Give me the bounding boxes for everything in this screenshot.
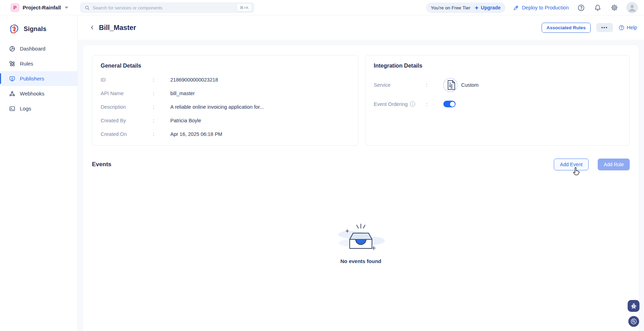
associated-rules-button[interactable]: Associated Rules	[542, 23, 591, 33]
content-panel: General Details ID : 21869000000023218 A…	[83, 45, 639, 331]
field-value: A reliable online invoicing application …	[170, 104, 264, 110]
info-icon[interactable]: i	[410, 101, 415, 107]
custom-service-icon	[443, 78, 457, 92]
help-icon	[619, 25, 624, 31]
field-value: bill_master	[170, 91, 195, 96]
detail-row-created-on: Created On : Apr 16, 2025 06:18 PM	[101, 131, 350, 137]
sidebar-item-rules[interactable]: Rules	[0, 56, 77, 71]
sidebar-item-webhooks[interactable]: Webhooks	[0, 86, 77, 101]
rules-icon	[9, 61, 15, 67]
search-input[interactable]	[93, 5, 237, 10]
search-icon	[85, 5, 90, 10]
add-event-button[interactable]: Add Event	[554, 159, 589, 170]
events-empty-state: No events found	[83, 223, 639, 264]
person-icon	[627, 2, 637, 13]
empty-inbox-illustration	[335, 223, 387, 255]
sidebar-item-label: Dashboard	[20, 46, 45, 52]
add-rule-button[interactable]: Add Rule	[598, 159, 630, 170]
sidebar-item-label: Logs	[20, 106, 31, 111]
field-value: Custom	[461, 82, 479, 88]
magnifier-circle-icon	[630, 318, 637, 325]
bug-icon	[630, 303, 637, 309]
detail-row-event-ordering: Event Ordering i :	[374, 101, 621, 107]
search-shortcut-badge: ⌘+K	[237, 4, 251, 11]
question-icon	[577, 4, 585, 11]
field-label: Service	[374, 82, 426, 88]
settings-button[interactable]	[610, 3, 619, 12]
card-title: Integration Details	[374, 63, 621, 69]
user-avatar[interactable]	[627, 2, 638, 13]
sidebar-item-label: Rules	[20, 61, 33, 67]
sidebar: Signals Dashboard Rules Publishers Webho…	[0, 15, 78, 331]
project-name: Project-Rainfall	[23, 5, 61, 10]
detail-row-api-name: API Name : bill_master	[101, 91, 350, 96]
event-ordering-toggle[interactable]	[443, 101, 456, 107]
document-icon	[447, 80, 456, 90]
field-label: Created On	[101, 131, 153, 137]
project-badge: P	[10, 3, 20, 12]
sidebar-item-dashboard[interactable]: Dashboard	[0, 41, 77, 56]
card-title: General Details	[101, 63, 350, 69]
signals-logo-icon	[9, 24, 20, 34]
top-bar: P Project-Rainfall ⌘+K You're on Free Ti…	[0, 0, 644, 15]
field-label: Created By	[101, 118, 153, 123]
page-header: Bill_Master Associated Rules ••• Help	[78, 15, 644, 40]
general-details-card: General Details ID : 21869000000023218 A…	[92, 55, 358, 146]
project-switcher[interactable]: P Project-Rainfall	[10, 3, 68, 12]
field-value: Patricia Boyle	[170, 118, 201, 123]
report-bug-button[interactable]	[628, 300, 639, 312]
publishers-icon	[9, 76, 15, 82]
free-tier-text: You're on Free Tier	[431, 5, 471, 10]
bell-icon	[594, 4, 601, 11]
field-label: API Name	[101, 91, 153, 96]
deploy-to-production-button[interactable]: Deploy to Production	[513, 5, 569, 11]
sidebar-item-logs[interactable]: Logs	[0, 101, 77, 116]
global-search[interactable]: ⌘+K	[80, 2, 254, 13]
events-title: Events	[92, 161, 111, 168]
gear-icon	[611, 4, 618, 11]
toggle-knob	[450, 102, 455, 107]
more-options-button[interactable]: •••	[596, 23, 613, 32]
upgrade-button[interactable]: Upgrade	[474, 5, 501, 10]
detail-row-description: Description : A reliable online invoicin…	[101, 104, 350, 110]
help-circle-button[interactable]	[576, 3, 585, 12]
search-assist-button[interactable]	[628, 316, 639, 327]
sidebar-item-label: Publishers	[20, 76, 44, 82]
sidebar-item-publishers[interactable]: Publishers	[0, 71, 77, 86]
dashboard-icon	[9, 46, 15, 52]
logs-icon	[9, 106, 15, 112]
field-value: 21869000000023218	[170, 77, 218, 83]
field-label: Event Ordering	[374, 101, 408, 107]
chevron-down-icon	[65, 7, 68, 9]
page-title: Bill_Master	[99, 24, 136, 32]
field-label: Description	[101, 104, 153, 110]
sidebar-item-label: Webhooks	[20, 91, 45, 97]
webhooks-icon	[9, 91, 15, 97]
notifications-button[interactable]	[593, 3, 602, 12]
integration-details-card: Integration Details Service : Custom Eve…	[365, 55, 630, 146]
events-section-header: Events Add Event Add Rule	[92, 159, 630, 170]
field-value: Apr 16, 2025 06:18 PM	[170, 131, 222, 137]
help-link[interactable]: Help	[619, 25, 637, 31]
detail-row-created-by: Created By : Patricia Boyle	[101, 118, 350, 123]
chevron-left-icon	[90, 25, 95, 30]
free-tier-pill: You're on Free Tier Upgrade	[426, 2, 506, 13]
field-label: ID	[101, 77, 153, 83]
app-brand: Signals	[0, 15, 77, 41]
detail-row-id: ID : 21869000000023218	[101, 77, 350, 83]
back-button[interactable]	[88, 24, 96, 31]
detail-row-service: Service : Custom	[374, 78, 621, 92]
sparkle-icon	[474, 5, 479, 10]
app-name: Signals	[24, 25, 46, 33]
empty-state-text: No events found	[340, 258, 381, 264]
rocket-icon	[513, 5, 519, 11]
